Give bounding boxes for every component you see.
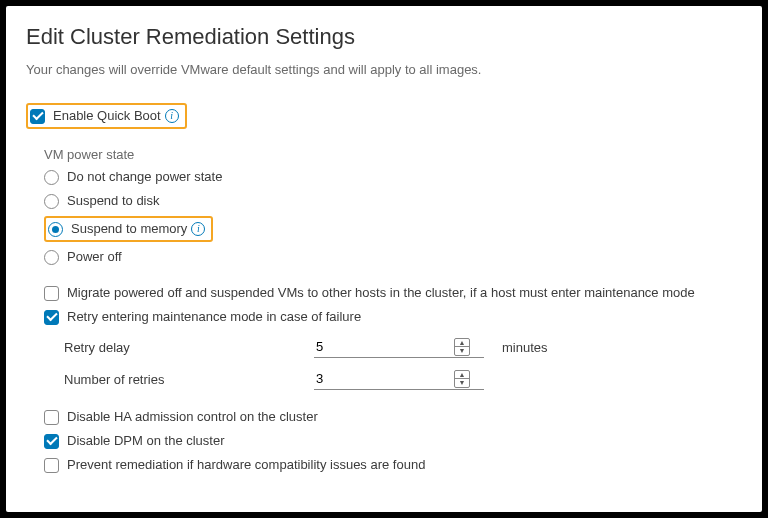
- chevron-down-icon[interactable]: ▼: [455, 379, 469, 387]
- radio-power-off[interactable]: [44, 250, 59, 265]
- remediation-settings-panel: Edit Cluster Remediation Settings Your c…: [6, 6, 762, 512]
- retry-checkbox[interactable]: [44, 310, 59, 325]
- prevent-compat-label: Prevent remediation if hardware compatib…: [67, 456, 425, 474]
- radio-no-change[interactable]: [44, 170, 59, 185]
- suspend-memory-highlight: Suspend to memory i: [44, 216, 213, 242]
- retry-delay-spinner[interactable]: ▲ ▼: [454, 338, 470, 356]
- retry-count-label: Number of retries: [64, 372, 314, 387]
- chevron-up-icon[interactable]: ▲: [455, 371, 469, 379]
- radio-power-off-label: Power off: [67, 248, 122, 266]
- prevent-compat-checkbox[interactable]: [44, 458, 59, 473]
- radio-suspend-disk[interactable]: [44, 194, 59, 209]
- radio-suspend-memory-label: Suspend to memory: [71, 220, 187, 238]
- quick-boot-highlight: Enable Quick Boot i: [26, 103, 187, 129]
- disable-ha-label: Disable HA admission control on the clus…: [67, 408, 318, 426]
- retry-count-input[interactable]: [314, 368, 454, 389]
- migrate-label: Migrate powered off and suspended VMs to…: [67, 284, 695, 302]
- radio-suspend-memory[interactable]: [48, 222, 63, 237]
- radio-no-change-label: Do not change power state: [67, 168, 222, 186]
- quick-boot-label: Enable Quick Boot: [53, 107, 161, 125]
- disable-ha-checkbox[interactable]: [44, 410, 59, 425]
- quick-boot-checkbox[interactable]: [30, 109, 45, 124]
- retry-delay-unit: minutes: [502, 340, 548, 355]
- disable-dpm-checkbox[interactable]: [44, 434, 59, 449]
- retry-delay-label: Retry delay: [64, 340, 314, 355]
- info-icon[interactable]: i: [165, 109, 179, 123]
- chevron-down-icon[interactable]: ▼: [455, 347, 469, 355]
- vm-power-state-heading: VM power state: [44, 147, 742, 162]
- page-subtitle: Your changes will override VMware defaul…: [26, 62, 742, 77]
- radio-suspend-disk-label: Suspend to disk: [67, 192, 160, 210]
- retry-delay-input[interactable]: [314, 336, 454, 357]
- retry-label: Retry entering maintenance mode in case …: [67, 308, 361, 326]
- chevron-up-icon[interactable]: ▲: [455, 339, 469, 347]
- migrate-checkbox[interactable]: [44, 286, 59, 301]
- disable-dpm-label: Disable DPM on the cluster: [67, 432, 225, 450]
- page-title: Edit Cluster Remediation Settings: [26, 24, 742, 50]
- info-icon[interactable]: i: [191, 222, 205, 236]
- retry-count-spinner[interactable]: ▲ ▼: [454, 370, 470, 388]
